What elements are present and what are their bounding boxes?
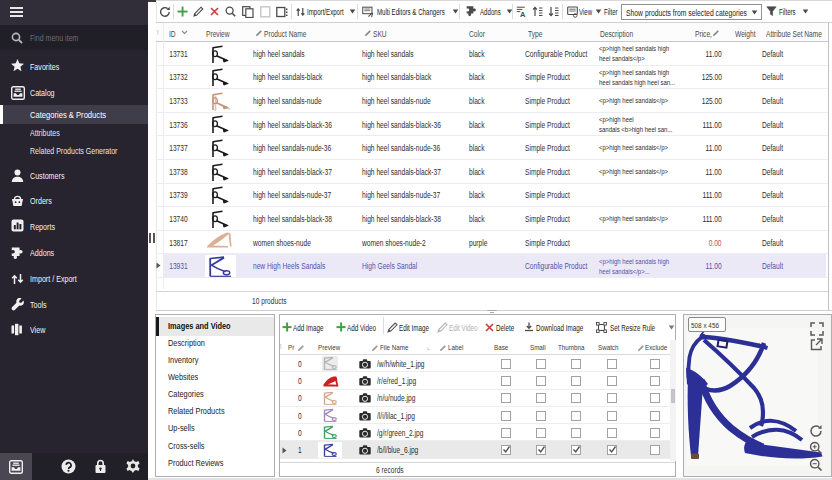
svg-text:A: A — [520, 10, 526, 17]
